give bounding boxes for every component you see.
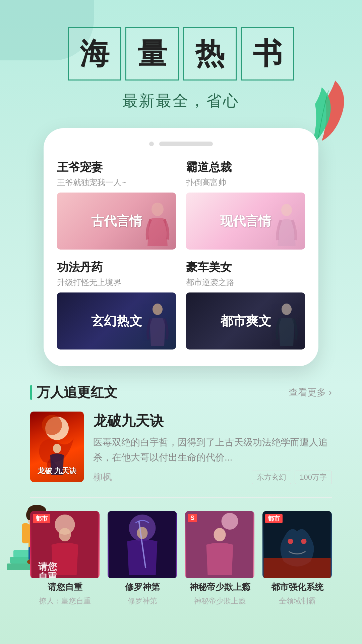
svg-point-0 <box>152 203 164 216</box>
svg-point-1 <box>281 204 292 216</box>
small-badge-1: 都市 <box>33 514 50 523</box>
cover-label-3: 玄幻热文 <box>91 313 142 330</box>
book-card-city[interactable]: 豪车美女 都市逆袭之路 都市爽文 <box>186 260 305 350</box>
book-card-fantasy[interactable]: 功法丹药 升级打怪无上境界 玄幻热文 <box>57 260 176 350</box>
small-book-title-3: 神秘帝少欺上瘾 <box>185 582 254 593</box>
small-book-subtitle-2: 修罗神第 <box>108 596 177 606</box>
small-book-subtitle-3: 神秘帝少欺上瘾 <box>185 596 254 606</box>
book-title-2: 霸道总裁 <box>186 160 305 175</box>
small-cover-2 <box>108 511 177 578</box>
featured-meta: 柳枫 东方玄幻 100万字 <box>93 471 332 484</box>
phone-notch <box>159 142 213 146</box>
title-char-3: 热 <box>183 27 237 80</box>
book-subtitle-1: 王爷就独宠我一人~ <box>57 177 176 188</box>
svg-point-6 <box>53 444 61 453</box>
small-book-grid: 请您 自重 都市 请您自重 撩人：皇您自重 修 <box>30 511 332 606</box>
section-more-link[interactable]: 查看更多 › <box>289 386 332 399</box>
featured-tag-2: 100万字 <box>295 471 332 484</box>
featured-cover: 龙破 九天诀 <box>30 412 84 482</box>
book-grid: 王爷宠妻 王爷就独宠我一人~ 古代言情 霸道总裁 扑倒高富帅 现代言情 <box>57 160 305 350</box>
small-book-subtitle-1: 撩人：皇您自重 <box>30 596 100 606</box>
svg-point-16 <box>222 513 238 530</box>
book-subtitle-3: 升级打怪无上境界 <box>57 277 176 288</box>
book-subtitle-4: 都市逆袭之路 <box>186 277 305 288</box>
featured-info: 龙破九天诀 医毒双绝的白宇哲，因得到了上古天级功法绝学而遭人追杀，在他大哥以付出… <box>93 412 332 484</box>
cover-figure-2 <box>272 203 302 250</box>
book-card-ancient[interactable]: 王爷宠妻 王爷就独宠我一人~ 古代言情 <box>57 160 176 250</box>
small-cover-4: 都市 <box>262 511 332 578</box>
small-cover-3: S <box>185 511 254 578</box>
featured-author: 柳枫 <box>93 471 112 484</box>
small-cover-art-2 <box>108 511 177 578</box>
small-badge-3: S <box>188 514 197 522</box>
header-subtitle: 最新最全，省心 <box>0 91 362 111</box>
section-title: 万人追更红文 <box>30 383 117 401</box>
small-cover-1: 请您 自重 都市 <box>30 511 100 578</box>
svg-point-19 <box>288 539 293 544</box>
svg-point-17 <box>214 528 226 541</box>
title-boxes: 海 量 热 书 <box>0 27 362 80</box>
section-title-bar <box>30 385 32 400</box>
svg-point-2 <box>153 304 163 315</box>
svg-point-9 <box>59 528 71 541</box>
title-char-2: 量 <box>125 27 179 80</box>
book-subtitle-2: 扑倒高富帅 <box>186 177 305 188</box>
book-cover-4: 都市爽文 <box>186 292 305 350</box>
small-book-title-1: 请您自重 <box>30 582 100 593</box>
section-title-text: 万人追更红文 <box>37 383 117 401</box>
svg-point-20 <box>301 539 307 544</box>
svg-text:自重: 自重 <box>38 572 57 578</box>
cover-label-4: 都市爽文 <box>220 313 271 330</box>
svg-rect-30 <box>22 523 29 543</box>
featured-tags: 东方玄幻 100万字 <box>252 471 332 484</box>
popular-section: 万人追更红文 查看更多 › 龙破 九天诀 龙破九天诀 医毒双 <box>30 366 332 616</box>
small-badge-4: 都市 <box>265 514 283 523</box>
title-char-1: 海 <box>68 27 121 80</box>
featured-cover-text: 龙破 九天诀 <box>33 463 81 479</box>
cover-figure-4 <box>272 303 302 350</box>
phone-mockup: 王爷宠妻 王爷就独宠我一人~ 古代言情 霸道总裁 扑倒高富帅 现代言情 <box>44 128 318 366</box>
cover-figure-3 <box>142 303 173 350</box>
featured-tag-1: 东方玄幻 <box>252 471 291 484</box>
cover-label-2: 现代言情 <box>220 213 271 230</box>
phone-dot <box>149 142 154 146</box>
svg-point-14 <box>137 527 148 539</box>
cover-label-1: 古代言情 <box>91 213 142 230</box>
book-cover-1: 古代言情 <box>57 193 176 250</box>
book-cover-2: 现代言情 <box>186 193 305 250</box>
title-char-4: 书 <box>241 27 294 80</box>
small-book-subtitle-4: 全领域制霸 <box>262 596 332 606</box>
book-title-3: 功法丹药 <box>57 260 176 275</box>
featured-desc: 医毒双绝的白宇哲，因得到了上古天级功法绝学而遭人追杀，在他大哥以付出生命的代价.… <box>93 435 332 465</box>
svg-rect-21 <box>264 558 331 578</box>
featured-book[interactable]: 龙破 九天诀 龙破九天诀 医毒双绝的白宇哲，因得到了上古天级功法绝学而遭人追杀，… <box>30 412 332 498</box>
small-book-title-4: 都市强化系统 <box>262 582 332 593</box>
svg-text:请您: 请您 <box>38 561 57 572</box>
header-section: 海 量 热 书 最新最全，省心 <box>0 0 362 111</box>
svg-point-3 <box>282 304 292 315</box>
small-book-title-2: 修罗神第 <box>108 582 177 593</box>
book-cover-3: 玄幻热文 <box>57 292 176 350</box>
phone-top-bar <box>57 142 305 146</box>
small-book-1[interactable]: 请您 自重 都市 请您自重 撩人：皇您自重 <box>30 511 100 606</box>
svg-point-5 <box>42 415 62 435</box>
small-book-3[interactable]: S 神秘帝少欺上瘾 神秘帝少欺上瘾 <box>185 511 254 606</box>
book-card-modern[interactable]: 霸道总裁 扑倒高富帅 现代言情 <box>186 160 305 250</box>
book-title-4: 豪车美女 <box>186 260 305 275</box>
featured-title: 龙破九天诀 <box>93 412 332 430</box>
small-book-2[interactable]: 修罗神第 修罗神第 <box>108 511 177 606</box>
section-header: 万人追更红文 查看更多 › <box>30 383 332 401</box>
small-book-4[interactable]: 都市 都市强化系统 全领域制霸 <box>262 511 332 606</box>
book-title-1: 王爷宠妻 <box>57 160 176 175</box>
cover-figure-1 <box>142 203 173 250</box>
